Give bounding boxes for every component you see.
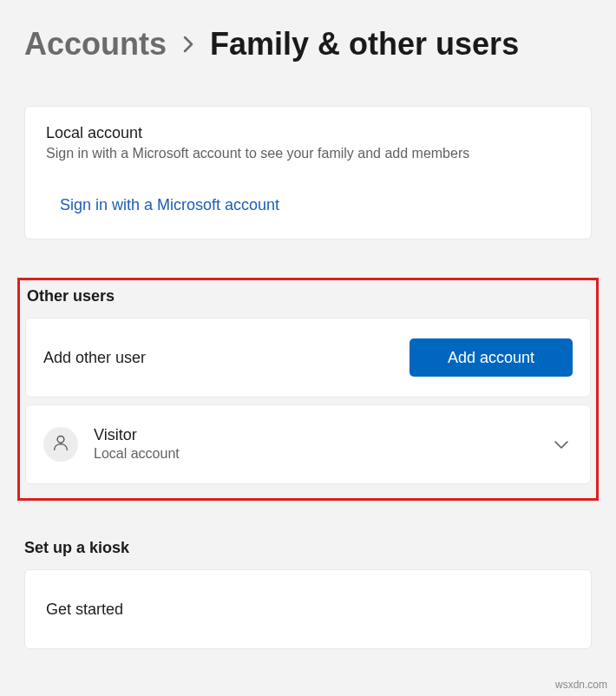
- local-account-title: Local account: [46, 124, 570, 142]
- kiosk-header: Set up a kiosk: [24, 539, 592, 557]
- other-users-section-highlight: Other users Add other user Add account V…: [17, 278, 599, 501]
- add-other-user-row: Add other user Add account: [25, 318, 591, 397]
- breadcrumb: Accounts Family & other users: [24, 26, 592, 62]
- kiosk-get-started-row[interactable]: Get started: [24, 569, 592, 649]
- breadcrumb-parent[interactable]: Accounts: [24, 26, 167, 62]
- kiosk-get-started-label: Get started: [46, 601, 123, 619]
- user-info: Visitor Local account: [94, 425, 538, 463]
- other-users-header: Other users: [25, 287, 591, 305]
- svg-point-0: [57, 436, 64, 443]
- avatar: [43, 427, 78, 462]
- page-title: Family & other users: [210, 26, 519, 62]
- signin-microsoft-link[interactable]: Sign in with a Microsoft account: [46, 196, 570, 214]
- add-account-button[interactable]: Add account: [410, 338, 573, 377]
- local-account-card: Local account Sign in with a Microsoft a…: [24, 106, 592, 240]
- user-row-visitor[interactable]: Visitor Local account: [25, 404, 591, 484]
- chevron-down-icon: [554, 439, 573, 450]
- add-other-user-label: Add other user: [43, 349, 146, 367]
- user-type: Local account: [94, 445, 538, 463]
- local-account-subtitle: Sign in with a Microsoft account to see …: [46, 146, 570, 161]
- person-icon: [51, 433, 70, 456]
- user-name: Visitor: [94, 425, 538, 445]
- watermark: wsxdn.com: [555, 679, 607, 691]
- chevron-right-icon: [182, 36, 194, 53]
